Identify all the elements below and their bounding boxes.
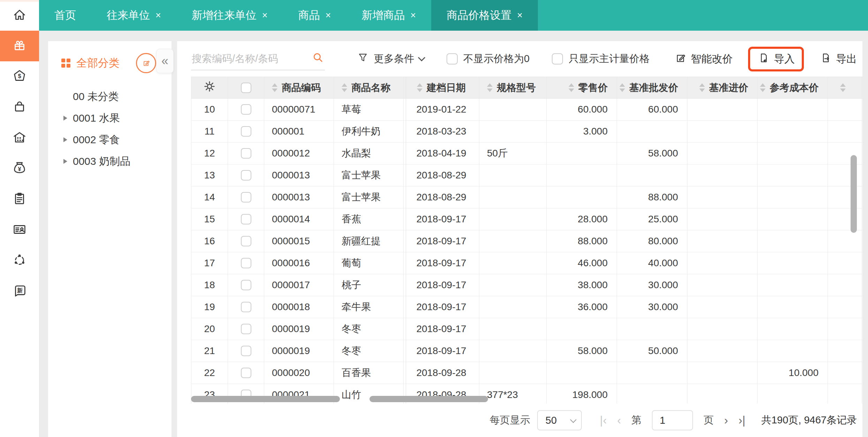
- row-checkbox[interactable]: [228, 340, 264, 362]
- row-checkbox[interactable]: [228, 208, 264, 230]
- search-input[interactable]: [191, 53, 312, 65]
- tab-5[interactable]: 新增商品×: [346, 0, 431, 31]
- category-item-1[interactable]: 00 未分类: [48, 86, 172, 107]
- cell-value: 2018-09-28: [416, 367, 466, 378]
- cell-num: 18: [191, 274, 228, 296]
- column-header-purchase[interactable]: 基准进价: [687, 77, 757, 98]
- row-checkbox[interactable]: [228, 186, 264, 208]
- cell-value: 桃子: [342, 278, 361, 292]
- tab-close-icon[interactable]: ×: [326, 10, 331, 21]
- cell-spec: [479, 230, 547, 252]
- checkbox-box[interactable]: [552, 53, 563, 64]
- select-all-checkbox[interactable]: [228, 77, 264, 98]
- table-row: 180000017桃子2018-09-1738.00030.000: [191, 274, 862, 296]
- home-button[interactable]: [0, 0, 39, 31]
- tab-2[interactable]: 往来单位×: [91, 0, 176, 31]
- main-unit-only-checkbox[interactable]: 只显示主计量价格: [552, 52, 649, 66]
- sidebar-item-6[interactable]: [0, 184, 39, 215]
- cell-retail: 36.000: [547, 296, 617, 318]
- export-button[interactable]: 导出: [819, 52, 857, 67]
- cell-wholesale: [617, 318, 687, 340]
- page-size-select[interactable]: 50: [537, 410, 582, 430]
- cell-spec: [479, 164, 547, 186]
- column-header-wholesale[interactable]: 基准批发价: [617, 77, 687, 98]
- category-item-4[interactable]: 0003 奶制品: [48, 151, 172, 172]
- tab-close-icon[interactable]: ×: [155, 10, 161, 21]
- gift-icon: [12, 37, 28, 55]
- last-page-button[interactable]: ›|: [738, 414, 745, 427]
- sidebar-item-9[interactable]: 新: [0, 276, 39, 307]
- table-header-row: 商品编码商品名称建档日期规格型号零售价基准批发价基准进价参考成本价: [191, 77, 862, 99]
- cell-value: 2018-09-17: [416, 345, 466, 356]
- tab-6[interactable]: 商品价格设置×: [431, 0, 538, 31]
- row-checkbox[interactable]: [228, 230, 264, 252]
- row-checkbox[interactable]: [228, 121, 264, 142]
- cell-value: 0000020: [272, 367, 310, 378]
- expand-arrow-icon[interactable]: [63, 137, 67, 142]
- vertical-scrollbar-thumb[interactable]: [851, 155, 857, 233]
- column-header-extra[interactable]: [828, 77, 862, 98]
- checkbox-box: [241, 324, 251, 334]
- row-checkbox[interactable]: [228, 296, 264, 318]
- category-item-2[interactable]: 0001 水果: [48, 107, 172, 129]
- column-header-spec[interactable]: 规格型号: [479, 77, 547, 98]
- sidebar-item-1[interactable]: [0, 31, 39, 61]
- column-header-cost[interactable]: 参考成本价: [757, 77, 828, 98]
- cell-retail: 38.000: [547, 274, 617, 296]
- cell-value: 000001: [272, 126, 304, 137]
- cell-extra: [828, 384, 862, 404]
- cell-value: 伊利牛奶: [342, 125, 381, 138]
- checkbox-box[interactable]: [447, 53, 458, 64]
- sidebar-item-8[interactable]: [0, 245, 39, 276]
- sidebar-item-5[interactable]: ¥: [0, 153, 39, 184]
- sidebar-item-3[interactable]: [0, 92, 39, 123]
- sidebar-item-7[interactable]: [0, 215, 39, 245]
- column-header-name[interactable]: 商品名称: [334, 77, 404, 98]
- tab-label: 商品价格设置: [447, 8, 511, 23]
- cell-name: 新疆红提: [334, 230, 404, 252]
- first-page-button[interactable]: |‹: [600, 414, 607, 427]
- tab-close-icon[interactable]: ×: [262, 10, 268, 21]
- row-checkbox[interactable]: [228, 362, 264, 384]
- hide-zero-price-checkbox[interactable]: 不显示价格为0: [447, 52, 530, 66]
- page-number-input[interactable]: [652, 410, 693, 430]
- table-row: 210000019冬枣2018-09-1758.00050.000: [191, 340, 862, 362]
- row-checkbox[interactable]: [228, 143, 264, 164]
- cell-date: 2019-01-22: [404, 99, 479, 120]
- row-checkbox[interactable]: [228, 274, 264, 296]
- more-filters-button[interactable]: 更多条件: [357, 52, 424, 66]
- column-settings-button[interactable]: [191, 77, 228, 98]
- cell-purchase: [687, 362, 757, 384]
- import-button[interactable]: 导入: [757, 52, 795, 67]
- cell-name: 伊利牛奶: [334, 121, 404, 142]
- smart-reprice-button[interactable]: 智能改价: [674, 52, 733, 67]
- sort-arrows-icon: [619, 83, 625, 92]
- column-header-retail[interactable]: 零售价: [547, 77, 617, 98]
- cell-value: 25.000: [648, 214, 678, 225]
- column-header-date[interactable]: 建档日期: [404, 77, 479, 98]
- prev-page-button[interactable]: ‹: [617, 414, 621, 427]
- expand-arrow-icon[interactable]: [63, 159, 67, 164]
- tab-close-icon[interactable]: ×: [517, 10, 523, 21]
- row-checkbox[interactable]: [228, 99, 264, 120]
- row-checkbox[interactable]: [228, 252, 264, 274]
- search-icon[interactable]: [312, 51, 325, 66]
- tab-close-icon[interactable]: ×: [410, 10, 416, 21]
- cell-num: 10: [191, 99, 228, 120]
- horizontal-scrollbar-thumb-right[interactable]: [370, 396, 488, 402]
- category-item-3[interactable]: 0002 零食: [48, 129, 172, 151]
- expand-arrow-icon[interactable]: [63, 116, 67, 121]
- row-checkbox[interactable]: [228, 318, 264, 340]
- row-checkbox[interactable]: [228, 164, 264, 186]
- sidebar-item-4[interactable]: [0, 123, 39, 153]
- cell-value: 0000015: [272, 236, 310, 247]
- collapse-panel-button[interactable]: «: [156, 49, 174, 73]
- column-header-code[interactable]: 商品编码: [264, 77, 334, 98]
- horizontal-scrollbar-thumb-left[interactable]: [191, 396, 340, 402]
- tab-1[interactable]: 首页: [39, 0, 91, 31]
- next-page-button[interactable]: ›: [724, 414, 728, 427]
- tab-3[interactable]: 新增往来单位×: [176, 0, 283, 31]
- edit-categories-button[interactable]: [136, 53, 156, 73]
- sidebar-item-2[interactable]: $: [0, 61, 39, 92]
- tab-4[interactable]: 商品×: [283, 0, 347, 31]
